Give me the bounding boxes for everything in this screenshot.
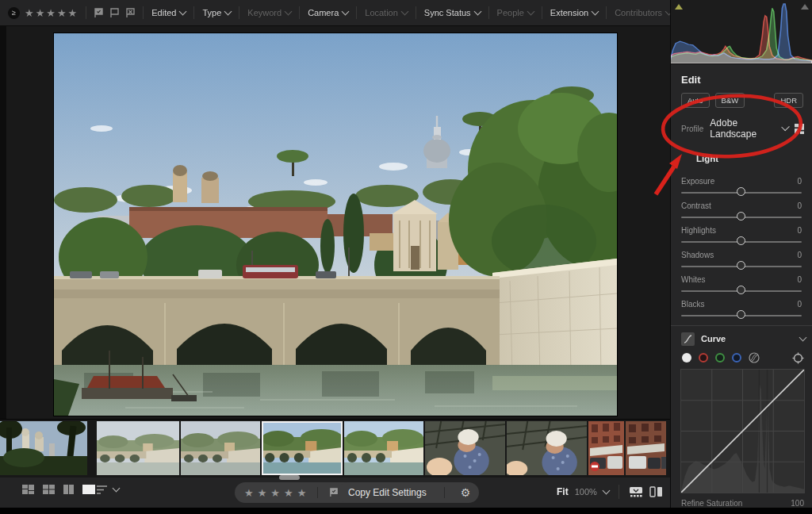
- left-panel-edge[interactable]: [0, 26, 6, 419]
- curve-section-header[interactable]: Curve: [681, 332, 806, 346]
- red-channel-button[interactable]: [699, 353, 708, 362]
- profile-browser-grid-icon[interactable]: [795, 123, 804, 135]
- star-icon[interactable]: ★★★★★: [25, 7, 79, 19]
- profile-value[interactable]: Adobe Landscape: [710, 117, 776, 140]
- slider-knob[interactable]: [737, 261, 745, 270]
- filmstrip-thumbnail-7[interactable]: [507, 421, 587, 475]
- shadow-clipping-icon[interactable]: [675, 4, 683, 10]
- copy-edit-settings-button[interactable]: Copy Edit Settings: [338, 487, 437, 498]
- shadows-slider: Shadows 0: [681, 251, 802, 273]
- slider-knob[interactable]: [737, 286, 745, 294]
- filmstrip-toggle-icon[interactable]: [629, 486, 643, 497]
- filter-extension[interactable]: Extension: [550, 8, 599, 17]
- flag-filter: [94, 8, 136, 18]
- detail-view-icon[interactable]: [82, 485, 95, 494]
- flag-unflagged-icon[interactable]: [109, 8, 120, 18]
- bridge: [54, 276, 500, 371]
- blue-channel-button[interactable]: [732, 353, 741, 362]
- chevron-down-icon[interactable]: [602, 486, 610, 494]
- grid-view-icon[interactable]: [43, 485, 55, 494]
- chevron-down-icon[interactable]: [781, 123, 790, 132]
- filmstrip-thumbnail-1[interactable]: [0, 421, 87, 475]
- auto-button[interactable]: Auto: [681, 93, 710, 108]
- filmstrip-thumbnail-9[interactable]: [626, 421, 666, 475]
- pill-divider: [444, 487, 445, 498]
- rating-ge-icon[interactable]: ≥: [8, 7, 20, 19]
- slider-knob[interactable]: [737, 236, 745, 245]
- filter-location[interactable]: Location: [364, 8, 408, 17]
- compare-view-icon[interactable]: [63, 485, 74, 494]
- slider-value: 0: [797, 251, 802, 259]
- filter-camera[interactable]: Camera: [307, 8, 349, 17]
- pill-divider: [317, 487, 318, 498]
- slider-value: 0: [797, 177, 802, 186]
- filmstrip-thumbnail-6[interactable]: [425, 421, 505, 475]
- flag-pick-icon[interactable]: [94, 8, 104, 18]
- star-icon[interactable]: ★: [258, 487, 267, 499]
- flag-reject-icon[interactable]: [125, 8, 136, 18]
- chevron-down-icon: [592, 7, 599, 15]
- toolbar-separator: [299, 6, 300, 19]
- histogram-panel[interactable]: [670, 0, 812, 64]
- gear-icon[interactable]: ⚙: [452, 486, 480, 499]
- toolbar-separator: [542, 6, 542, 19]
- zoom-level[interactable]: 100%: [575, 487, 597, 497]
- slider-knob[interactable]: [737, 310, 745, 319]
- filter-keyword[interactable]: Keyword: [247, 8, 292, 17]
- light-section-title[interactable]: Light: [696, 154, 718, 163]
- refine-saturation-value: 100: [791, 499, 804, 508]
- whites-slider: Whites 0: [681, 275, 802, 297]
- chevron-down-icon: [400, 7, 408, 15]
- chevron-down-icon: [473, 7, 481, 15]
- hdr-button[interactable]: HDR: [774, 93, 803, 108]
- toolbar-separator: [356, 6, 357, 19]
- slider-value: 0: [797, 275, 802, 284]
- curve-title: Curve: [701, 334, 726, 343]
- targeted-adjustment-icon[interactable]: [792, 352, 804, 364]
- filmstrip: [0, 419, 670, 478]
- filmstrip-thumbnail-4[interactable]: [262, 421, 343, 475]
- filter-sync-status[interactable]: Sync Status: [423, 8, 481, 17]
- window-bottom-edge: [0, 508, 812, 514]
- curve-grid-chart: [681, 370, 804, 493]
- toolbar-separator: [86, 6, 86, 19]
- tone-curve-editor[interactable]: [680, 369, 805, 493]
- photo-canvas: [0, 26, 670, 419]
- toolbar-separator: [619, 485, 619, 499]
- star-icon[interactable]: ★: [270, 487, 280, 499]
- edit-panel-title: Edit: [681, 74, 701, 86]
- toolbar-separator: [143, 6, 144, 19]
- highlight-clipping-icon[interactable]: [801, 4, 809, 10]
- green-channel-button[interactable]: [715, 353, 725, 362]
- copy-settings-pill: Copy Edit Settings ⚙: [338, 482, 479, 503]
- profile-row[interactable]: Profile Adobe Landscape: [681, 120, 804, 137]
- mosaic-view-icon[interactable]: [22, 485, 34, 494]
- bw-button[interactable]: B&W: [715, 93, 745, 108]
- luma-channel-button[interactable]: [682, 353, 691, 362]
- slider-knob[interactable]: [737, 187, 745, 196]
- star-icon[interactable]: ★: [284, 487, 293, 499]
- filmstrip-thumbnail-3[interactable]: [181, 421, 260, 475]
- filmstrip-scrollbar[interactable]: [279, 475, 300, 480]
- star-icon[interactable]: ★: [297, 487, 307, 499]
- star-icon[interactable]: ★: [244, 487, 254, 499]
- filter-edited[interactable]: Edited: [151, 8, 186, 17]
- toolbar-separator: [416, 6, 416, 19]
- main-photo[interactable]: [54, 33, 617, 416]
- sort-control[interactable]: [97, 485, 119, 494]
- zoom-fit-label[interactable]: Fit: [557, 486, 569, 497]
- filter-type[interactable]: Type: [201, 8, 232, 17]
- filter-people[interactable]: People: [496, 8, 534, 17]
- rating-filter[interactable]: ≥ ★★★★★: [8, 7, 79, 19]
- sort-icon: [97, 485, 108, 494]
- filmstrip-thumbnail-2[interactable]: [97, 421, 179, 475]
- blacks-slider: Blacks 0: [681, 300, 802, 322]
- panel-divider: [670, 0, 671, 514]
- mixed-channel-button[interactable]: [749, 352, 760, 363]
- slider-knob[interactable]: [737, 212, 745, 221]
- filmstrip-thumbnail-8[interactable]: [588, 421, 624, 475]
- before-after-icon[interactable]: [649, 486, 663, 497]
- chevron-down-icon[interactable]: [799, 334, 807, 342]
- filmstrip-thumbnail-5[interactable]: [344, 421, 423, 475]
- filter-contributors[interactable]: Contributors: [614, 8, 672, 17]
